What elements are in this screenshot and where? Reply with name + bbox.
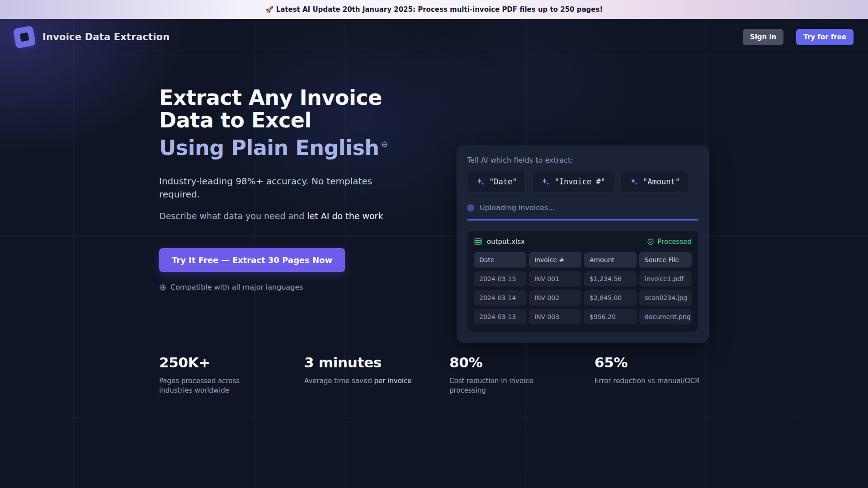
globe-icon [159, 284, 166, 291]
field-chip-label: "Date" [489, 177, 517, 186]
table-cell: 2024-03-13 [474, 309, 526, 324]
hero-description: Describe what data you need and let AI d… [159, 211, 412, 221]
stat-label: Average time saved per invoice [304, 376, 417, 386]
status-badge: Processed [647, 238, 692, 246]
hero-subtitle: Industry-leading 98%+ accuracy. No templ… [159, 175, 376, 201]
table-cell: document.png [639, 309, 692, 324]
extraction-demo-panel: Tell AI which fields to extract: "Date" … [457, 145, 709, 343]
brand-logo-hole [20, 33, 29, 42]
try-for-free-button[interactable]: Try for free [796, 29, 854, 45]
stat-pages-processed: 250K+ Pages processed across industries … [159, 354, 304, 395]
hero-title-accent: Using Plain English [159, 137, 412, 160]
table-cell: INV-001 [529, 271, 581, 286]
upload-progress-fill [467, 219, 698, 221]
compatibility-text: Compatible with all major languages [170, 283, 303, 291]
upload-spinner-dot [467, 204, 474, 211]
hero-title-line2: Data to Excel [159, 109, 412, 132]
table-cell: INV-003 [529, 309, 581, 324]
stat-error-reduction: 65% Error reduction vs manual/OCR [594, 354, 740, 395]
announcement-text: 🚀 Latest AI Update 20th January 2025: Pr… [265, 5, 603, 14]
status-text: Processed [657, 238, 692, 246]
field-chips-row: "Date" "Invoice #" "Amount" [467, 171, 698, 192]
field-chip-invoice-number[interactable]: "Invoice #" [532, 171, 614, 192]
hero-description-prefix: Describe what data you need and [159, 211, 307, 221]
table-header-invoice: Invoice # [529, 252, 581, 267]
spreadsheet-icon [474, 237, 482, 246]
table-header-source: Source File [639, 252, 692, 267]
table-cell: 2024-03-14 [474, 290, 526, 305]
uploading-status-row: Uploading invoices... [467, 203, 698, 212]
hero-copy: Extract Any Invoice Data to Excel Using … [159, 87, 412, 291]
brand-name: Invoice Data Extraction [42, 32, 170, 42]
upload-progress-bar [467, 219, 698, 221]
stat-cost-reduction: 80% Cost reduction in invoice processing [449, 354, 594, 395]
hero-title: Extract Any Invoice Data to Excel [159, 87, 412, 131]
check-circle-icon [647, 238, 654, 245]
field-chip-date[interactable]: "Date" [467, 171, 526, 192]
stat-label: Error reduction vs manual/OCR [594, 376, 708, 386]
hero-title-line1: Extract Any Invoice [159, 87, 412, 109]
stat-label: Cost reduction in invoice processing [449, 376, 562, 395]
table-cell: $1,234.56 [584, 271, 637, 286]
header: Invoice Data Extraction Sign in Try for … [0, 19, 868, 55]
extracted-data-table: Date Invoice # Amount Source File 2024-0… [474, 252, 692, 324]
table-cell: scan0234.jpg [639, 290, 692, 305]
hero-description-highlight: let AI do the work [307, 211, 383, 221]
field-chip-amount[interactable]: "Amount" [621, 171, 689, 192]
sparkles-icon [476, 178, 485, 186]
stat-value: 250K+ [159, 354, 304, 371]
table-cell: $2,845.00 [584, 290, 637, 305]
field-chip-label: "Amount" [643, 177, 680, 186]
table-cell: $956.20 [584, 309, 637, 324]
uploading-text: Uploading invoices... [480, 203, 555, 212]
brand-logo-icon [13, 26, 36, 49]
cta-button[interactable]: Try It Free — Extract 30 Pages Now [159, 248, 345, 272]
prompt-label: Tell AI which fields to extract: [467, 156, 698, 164]
globe-superscript-icon [381, 141, 388, 148]
sparkles-icon [541, 178, 550, 186]
stats-section: 250K+ Pages processed across industries … [159, 354, 740, 395]
output-file-card: output.xlsx Processed Date Invoice # Amo… [467, 230, 698, 332]
sign-in-button[interactable]: Sign in [743, 29, 783, 45]
stat-label: Pages processed across industries worldw… [159, 376, 272, 395]
table-header-amount: Amount [584, 252, 637, 267]
stat-time-saved: 3 minutes Average time saved per invoice [304, 354, 449, 395]
sparkles-icon [630, 178, 638, 186]
output-file-header: output.xlsx Processed [474, 237, 692, 246]
table-cell: invoice1.pdf [639, 271, 692, 286]
announcement-banner: 🚀 Latest AI Update 20th January 2025: Pr… [0, 0, 868, 19]
stat-value: 65% [594, 354, 740, 371]
hero-title-line3: Using Plain English [159, 136, 379, 160]
compatibility-line: Compatible with all major languages [159, 283, 412, 291]
table-cell: INV-002 [529, 290, 581, 305]
table-cell: 2024-03-15 [474, 271, 526, 286]
stat-value: 3 minutes [304, 354, 449, 371]
table-header-date: Date [474, 252, 526, 267]
stat-value: 80% [449, 354, 594, 371]
output-file-name: output.xlsx [487, 238, 525, 246]
field-chip-label: "Invoice #" [554, 177, 605, 186]
